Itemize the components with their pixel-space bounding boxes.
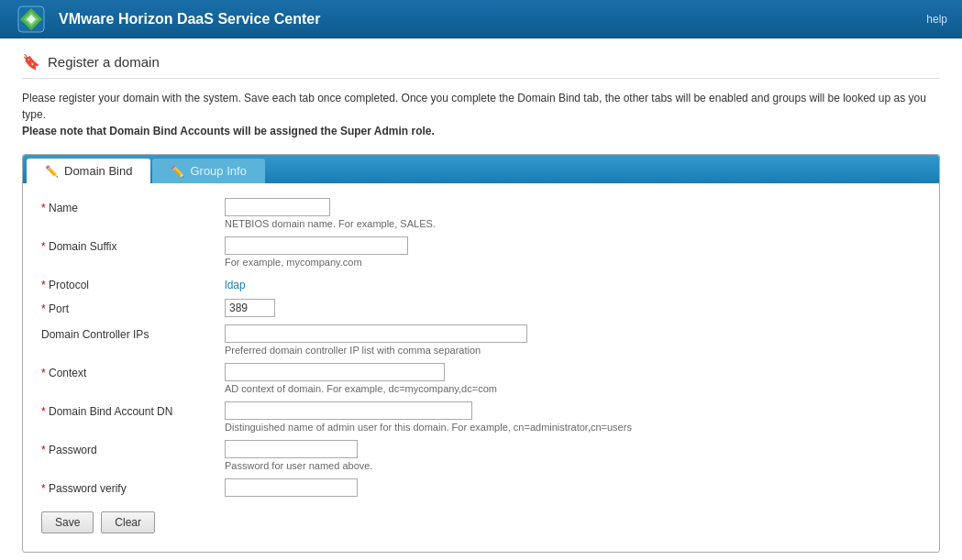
- domain-suffix-row: Domain Suffix For example, mycompany.com: [41, 236, 921, 268]
- port-row: Port: [41, 299, 921, 317]
- domain-suffix-input[interactable]: [225, 236, 408, 255]
- page-title: Register a domain: [48, 54, 160, 70]
- context-input[interactable]: [225, 363, 445, 381]
- domain-suffix-field: For example, mycompany.com: [225, 236, 921, 268]
- page-container: 🔖 Register a domain Please register your…: [0, 38, 962, 560]
- bind-account-dn-label: Domain Bind Account DN: [41, 401, 225, 418]
- protocol-value: ldap: [225, 275, 921, 291]
- button-row: Save Clear: [41, 511, 921, 533]
- protocol-label: Protocol: [41, 275, 225, 291]
- bind-account-dn-hint: Distinguished name of admin user for thi…: [225, 422, 921, 433]
- info-text: Please register your domain with the sys…: [22, 90, 940, 139]
- dc-ips-hint: Preferred domain controller IP list with…: [225, 345, 921, 356]
- bind-account-dn-input[interactable]: [225, 401, 472, 420]
- name-field: NETBIOS domain name. For example, SALES.: [225, 198, 921, 229]
- page-header: 🔖 Register a domain: [22, 53, 940, 79]
- bind-account-dn-row: Domain Bind Account DN Distinguished nam…: [41, 401, 921, 433]
- register-domain-icon: 🔖: [22, 53, 40, 71]
- password-verify-input[interactable]: [225, 478, 358, 497]
- protocol-row: Protocol ldap: [41, 275, 921, 291]
- context-row: Context AD context of domain. For exampl…: [41, 363, 921, 394]
- dc-ips-field: Preferred domain controller IP list with…: [225, 324, 921, 356]
- protocol-field: ldap: [225, 275, 921, 291]
- password-label: Password: [41, 440, 225, 456]
- password-verify-label: Password verify: [41, 478, 225, 495]
- name-row: Name NETBIOS domain name. For example, S…: [41, 198, 921, 229]
- group-info-tab-icon: ✏️: [171, 165, 184, 178]
- form-area: Name NETBIOS domain name. For example, S…: [23, 183, 939, 552]
- vmware-logo-icon: [15, 3, 48, 36]
- port-label: Port: [41, 299, 225, 315]
- password-field: Password for user named above.: [225, 440, 921, 471]
- port-input[interactable]: [225, 299, 275, 317]
- tabs-header: ✏️ Domain Bind ✏️ Group Info: [23, 155, 939, 183]
- domain-suffix-label: Domain Suffix: [41, 236, 225, 253]
- dc-ips-row: Domain Controller IPs Preferred domain c…: [41, 324, 921, 356]
- help-link[interactable]: help: [926, 13, 947, 26]
- save-button[interactable]: Save: [41, 511, 94, 533]
- password-input[interactable]: [225, 440, 358, 458]
- navbar-title: VMware Horizon DaaS Service Center: [59, 11, 320, 27]
- navbar: VMware Horizon DaaS Service Center help: [0, 0, 962, 38]
- dc-ips-label: Domain Controller IPs: [41, 324, 225, 341]
- name-label: Name: [41, 198, 225, 214]
- password-verify-field: [225, 478, 921, 497]
- dc-ips-input[interactable]: [225, 324, 527, 343]
- clear-button[interactable]: Clear: [101, 511, 155, 533]
- context-label: Context: [41, 363, 225, 379]
- tab-group-info[interactable]: ✏️ Group Info: [152, 159, 264, 183]
- port-field: [225, 299, 921, 317]
- name-hint: NETBIOS domain name. For example, SALES.: [225, 218, 921, 229]
- tabs-panel: ✏️ Domain Bind ✏️ Group Info Name NETBIO…: [22, 154, 940, 553]
- domain-bind-tab-icon: ✏️: [45, 165, 59, 178]
- tab-domain-bind[interactable]: ✏️ Domain Bind: [27, 159, 150, 183]
- password-verify-row: Password verify: [41, 478, 921, 497]
- bind-account-dn-field: Distinguished name of admin user for thi…: [225, 401, 921, 433]
- context-hint: AD context of domain. For example, dc=my…: [225, 383, 921, 394]
- name-input[interactable]: [225, 198, 330, 216]
- navbar-left: VMware Horizon DaaS Service Center: [15, 3, 320, 36]
- context-field: AD context of domain. For example, dc=my…: [225, 363, 921, 394]
- domain-suffix-hint: For example, mycompany.com: [225, 257, 921, 268]
- password-row: Password Password for user named above.: [41, 440, 921, 471]
- password-hint: Password for user named above.: [225, 460, 921, 471]
